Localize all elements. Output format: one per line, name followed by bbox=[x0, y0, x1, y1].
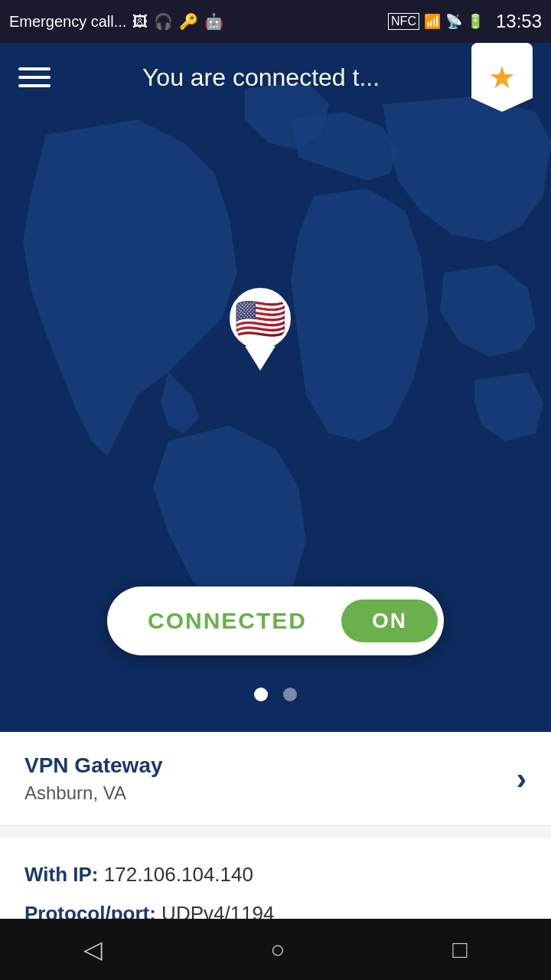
clock: 13:53 bbox=[496, 11, 542, 32]
country-flag: 🇺🇸 bbox=[234, 298, 287, 340]
key-icon: 🔑 bbox=[179, 12, 198, 31]
ip-value: 172.106.104.140 bbox=[104, 863, 253, 886]
ip-row: With IP: 172.106.104.140 bbox=[24, 860, 527, 890]
gateway-title: VPN Gateway bbox=[24, 753, 163, 778]
nfc-icon: NFC bbox=[388, 13, 419, 30]
back-button[interactable]: ◁ bbox=[83, 935, 103, 964]
flag-circle: 🇺🇸 bbox=[230, 288, 291, 349]
pin-tail bbox=[245, 346, 276, 371]
map-section: You are connected t... ★ 🇺🇸 CONNECTED ON bbox=[0, 43, 551, 732]
status-icons: NFC 📶 📡 🔋 13:53 bbox=[388, 11, 542, 32]
signal-icon: 📶 bbox=[424, 13, 441, 30]
top-bar: You are connected t... ★ bbox=[0, 43, 551, 112]
hamburger-line-2 bbox=[18, 76, 51, 79]
battery-icon: 🔋 bbox=[467, 13, 484, 30]
hamburger-line-1 bbox=[18, 67, 51, 70]
bottom-nav: ◁ ○ □ bbox=[0, 919, 551, 980]
dot-1[interactable] bbox=[254, 688, 268, 701]
gallery-icon: 🖼 bbox=[132, 13, 148, 31]
status-bar: Emergency call... 🖼 🎧 🔑 🤖 NFC 📶 📡 🔋 13:5… bbox=[0, 0, 551, 43]
location-pin: 🇺🇸 bbox=[230, 288, 291, 371]
page-dots bbox=[254, 688, 297, 701]
android-icon: 🤖 bbox=[204, 12, 223, 31]
dot-2[interactable] bbox=[283, 688, 297, 701]
connection-toggle[interactable]: CONNECTED ON bbox=[107, 586, 444, 655]
recent-button[interactable]: □ bbox=[452, 936, 467, 964]
on-button[interactable]: ON bbox=[341, 599, 438, 642]
favorite-button[interactable]: ★ bbox=[471, 43, 533, 112]
gateway-row[interactable]: VPN Gateway Ashburn, VA › bbox=[0, 732, 551, 826]
star-icon: ★ bbox=[488, 60, 516, 95]
gateway-location: Ashburn, VA bbox=[24, 782, 163, 804]
home-button[interactable]: ○ bbox=[270, 936, 285, 964]
connected-label: CONNECTED bbox=[113, 608, 341, 634]
status-bar-app-name: Emergency call... 🖼 🎧 🔑 🤖 bbox=[9, 12, 388, 31]
chevron-right-icon: › bbox=[517, 762, 527, 796]
app-name-text: Emergency call... bbox=[9, 13, 126, 31]
hamburger-line-3 bbox=[18, 84, 51, 87]
hamburger-menu[interactable] bbox=[18, 67, 51, 87]
headphone-icon: 🎧 bbox=[154, 12, 173, 31]
connection-title: You are connected t... bbox=[51, 64, 471, 92]
gateway-info: VPN Gateway Ashburn, VA bbox=[24, 753, 163, 804]
wifi-icon: 📡 bbox=[445, 13, 462, 30]
ip-label: With IP: bbox=[24, 863, 99, 886]
